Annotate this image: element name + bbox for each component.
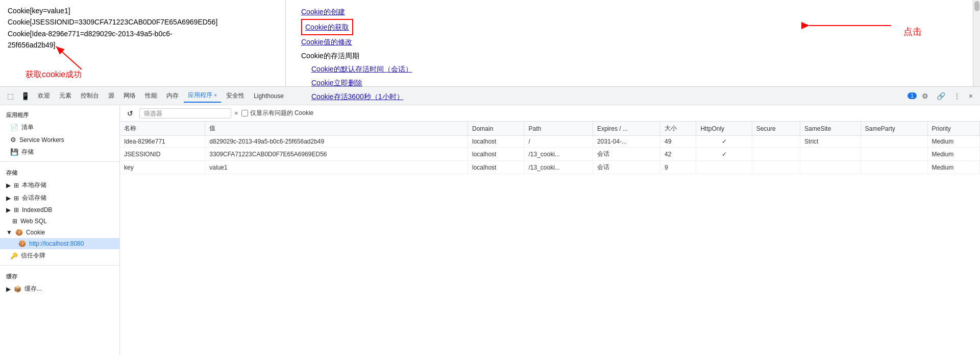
tab-lighthouse[interactable]: Lighthouse xyxy=(250,90,288,102)
link-cookie-get[interactable]: Cookie的获取 xyxy=(301,19,353,36)
cookie-table: 名称 值 Domain Path Expires / ... 大小 HttpOn… xyxy=(120,122,980,355)
sidebar-item-storage[interactable]: 💾 存储 xyxy=(0,146,119,158)
localhost-icon: 🍪 xyxy=(18,240,26,247)
left-arrow-svg xyxy=(51,41,92,72)
sidebar-item-localhost[interactable]: 🍪 http://localhost:8080 xyxy=(0,238,119,249)
col-httponly: HttpOnly xyxy=(696,122,752,136)
cell-size: 49 xyxy=(660,136,696,148)
cookie-table-body: Idea-8296e771d829029c-2013-49a5-b0c6-25f… xyxy=(120,136,980,174)
cell-name: JSESSIONID xyxy=(120,148,205,161)
cell-size: 42 xyxy=(660,148,696,161)
cookies-data-table: 名称 值 Domain Path Expires / ... 大小 HttpOn… xyxy=(120,122,980,174)
sidebar-group-sessionstorage[interactable]: ▶ ⊞ 会话存储 xyxy=(0,192,119,204)
link-cookie-modify[interactable]: Cookie值的修改 xyxy=(301,38,352,46)
issues-filter-label[interactable]: 仅显示有问题的 Cookie xyxy=(241,109,314,117)
cell-sameparty xyxy=(861,148,927,161)
cell-path: /13_cooki... xyxy=(524,161,593,174)
trust-token-label: 信任令牌 xyxy=(21,251,45,260)
cell-size: 9 xyxy=(660,161,696,174)
expand-icon-sessionstorage: ▶ xyxy=(6,195,11,202)
cookie-toolbar: ↺ × 仅显示有问题的 Cookie xyxy=(120,105,980,122)
web-content-area: Cookie[key=value1] Cookie[JSESSIONID=330… xyxy=(0,0,980,87)
sidebar-group-cache[interactable]: ▶ 📦 缓存... xyxy=(0,282,119,295)
cell-priority: Medium xyxy=(927,148,980,161)
sidebar: 应用程序 📄 清单 ⚙ Service Workers 💾 存储 存储 ▶ ⊞ … xyxy=(0,105,120,355)
table-row[interactable]: Idea-8296e771d829029c-2013-49a5-b0c6-25f… xyxy=(120,136,980,148)
col-path: Path xyxy=(524,122,593,136)
col-expires: Expires / ... xyxy=(593,122,660,136)
cell-value: 3309CFA71223CAB0D0F7E65A6969ED56 xyxy=(205,148,468,161)
tab-elements[interactable]: 元素 xyxy=(55,89,76,102)
cell-secure xyxy=(752,161,800,174)
cell-samesite xyxy=(800,161,861,174)
cell-expires: 2031-04-... xyxy=(593,136,660,148)
col-domain: Domain xyxy=(468,122,524,136)
clear-filter-btn[interactable]: × xyxy=(234,109,238,117)
cookie-group-label: Cookie xyxy=(26,229,45,236)
indexeddb-label: IndexedDB xyxy=(22,206,52,214)
tab-console[interactable]: 控制台 xyxy=(77,89,103,102)
close-tab-icon[interactable]: × xyxy=(214,92,217,98)
cookie-group-icon: 🍪 xyxy=(15,229,23,236)
scrollbar[interactable] xyxy=(973,0,980,86)
cell-httponly: ✓ xyxy=(696,148,752,161)
cell-path: /13_cooki... xyxy=(524,148,593,161)
col-size: 大小 xyxy=(660,122,696,136)
tab-memory[interactable]: 内存 xyxy=(162,89,183,102)
sidebar-group-cookie[interactable]: ▼ 🍪 Cookie xyxy=(0,227,119,238)
cell-secure xyxy=(752,136,800,148)
link-cookie-3600[interactable]: Cookie存活3600秒（1小时） xyxy=(301,92,404,101)
cell-expires: 会话 xyxy=(593,161,660,174)
select-element-btn[interactable]: ⬚ xyxy=(4,90,17,102)
table-header-row: 名称 值 Domain Path Expires / ... 大小 HttpOn… xyxy=(120,122,980,136)
tab-sources[interactable]: 源 xyxy=(104,89,118,102)
sidebar-item-service-workers-label: Service Workers xyxy=(19,136,64,144)
cell-domain: localhost xyxy=(468,148,524,161)
svg-line-1 xyxy=(56,46,82,69)
tab-security[interactable]: 安全性 xyxy=(222,89,249,102)
col-priority: Priority xyxy=(927,122,980,136)
localstorage-label: 本地存储 xyxy=(22,181,46,190)
sidebar-group-localstorage[interactable]: ▶ ⊞ 本地存储 xyxy=(0,179,119,192)
close-devtools-btn[interactable]: × xyxy=(966,90,976,102)
link-cookie-session[interactable]: Cookie的默认存活时间（会话） xyxy=(301,65,412,73)
col-secure: Secure xyxy=(752,122,800,136)
table-row[interactable]: JSESSIONID3309CFA71223CAB0D0F7E65A6969ED… xyxy=(120,148,980,161)
tab-performance[interactable]: 性能 xyxy=(141,89,161,102)
web-right-panel[interactable]: Cookie的创建 Cookie的获取 Cookie值的修改 Cookie的存活… xyxy=(286,0,973,86)
cell-priority: Medium xyxy=(927,136,980,148)
cache-label: 缓存... xyxy=(24,285,42,293)
tab-application[interactable]: 应用程序 × xyxy=(184,89,221,103)
col-sameparty: SameParty xyxy=(861,122,927,136)
sidebar-item-trust-token[interactable]: 🔑 信任令牌 xyxy=(0,249,119,262)
tab-welcome[interactable]: 欢迎 xyxy=(34,89,54,102)
sidebar-group-indexeddb[interactable]: ▶ ⊞ IndexedDB xyxy=(0,204,119,216)
cell-name: key xyxy=(120,161,205,174)
cookie-output-line1: Cookie[key=value1] xyxy=(8,5,278,16)
cell-secure xyxy=(752,148,800,161)
expand-icon-cache: ▶ xyxy=(6,286,11,293)
divider-1 xyxy=(0,161,119,162)
sessionstorage-label: 会话存储 xyxy=(22,194,46,202)
filter-input[interactable] xyxy=(139,108,231,119)
expand-icon-indexeddb: ▶ xyxy=(6,206,11,214)
sidebar-item-websql[interactable]: ⊞ Web SQL xyxy=(0,216,119,227)
cookie-output-line2: Cookie[JSESSIONID=3309CFA71223CAB0D0F7E6… xyxy=(8,16,278,28)
cell-sameparty xyxy=(861,136,927,148)
localstorage-icon: ⊞ xyxy=(14,182,19,189)
service-workers-icon: ⚙ xyxy=(10,136,16,144)
table-row[interactable]: keyvalue1localhost/13_cooki...会话9Medium xyxy=(120,161,980,174)
refresh-btn[interactable]: ↺ xyxy=(124,108,136,119)
expand-icon-cookie: ▼ xyxy=(6,229,12,236)
sidebar-item-manifest[interactable]: 📄 清单 xyxy=(0,121,119,134)
divider-2 xyxy=(0,265,119,266)
sidebar-item-service-workers[interactable]: ⚙ Service Workers xyxy=(0,134,119,146)
cell-priority: Medium xyxy=(927,161,980,174)
link-cookie-delete[interactable]: Cookie立即删除 xyxy=(301,79,362,87)
issues-checkbox[interactable] xyxy=(241,110,248,116)
tab-network[interactable]: 网络 xyxy=(119,89,140,102)
sidebar-item-manifest-label: 清单 xyxy=(21,123,34,132)
text-cookie-lifetime: Cookie的存活周期 xyxy=(301,49,958,63)
link-cookie-create[interactable]: Cookie的创建 xyxy=(301,8,345,16)
device-toolbar-btn[interactable]: 📱 xyxy=(18,90,33,102)
